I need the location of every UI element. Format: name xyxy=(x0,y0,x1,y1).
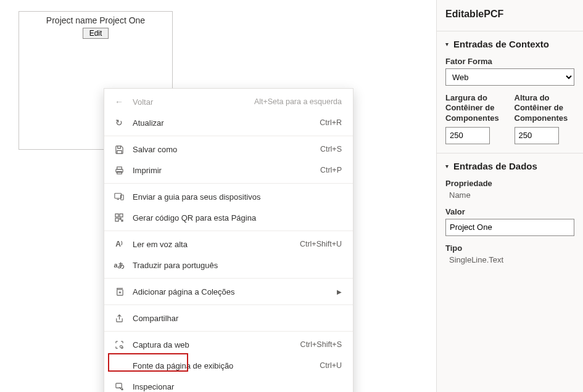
browser-context-menu: ← Voltar Alt+Seta para a esquerda ↻ Atua… xyxy=(104,88,354,392)
svg-rect-6 xyxy=(120,214,123,217)
ctx-send-tab-label: Enviar a guia para seus dispositivos xyxy=(133,192,342,202)
svg-rect-3 xyxy=(115,194,122,198)
svg-rect-8 xyxy=(120,218,121,219)
svg-rect-5 xyxy=(115,214,118,217)
ctx-send-tab[interactable]: Enviar a guia para seus dispositivos xyxy=(104,186,353,207)
ctx-back-label: Voltar xyxy=(133,97,254,107)
ctx-refresh[interactable]: ↻ Atualizar Ctrl+R xyxy=(104,112,353,133)
ctx-separator xyxy=(104,136,353,136)
container-height-input[interactable] xyxy=(515,127,559,144)
ctx-web-capture-label: Captura da web xyxy=(133,340,300,349)
ctx-share[interactable]: Compartilhar xyxy=(104,308,353,329)
ctx-qr[interactable]: Gerar código QR para esta Página xyxy=(104,207,353,228)
properties-panel: EditablePCF ▾ Entradas de Contexto Fator… xyxy=(436,0,583,392)
refresh-icon: ↻ xyxy=(113,118,125,128)
inspect-icon xyxy=(113,382,125,391)
ctx-save-as[interactable]: Salvar como Ctrl+S xyxy=(104,139,353,160)
property-label: Propriedade xyxy=(445,179,574,188)
ctx-qr-label: Gerar código QR para esta Página xyxy=(133,213,342,223)
ctx-read-aloud-shortcut: Ctrl+Shift+U xyxy=(300,240,342,248)
property-value: Name xyxy=(445,190,574,200)
ctx-separator xyxy=(104,304,353,305)
ctx-refresh-shortcut: Ctrl+R xyxy=(320,118,342,127)
ctx-separator xyxy=(104,231,353,231)
ctx-translate[interactable]: aあ Traduzir para português xyxy=(104,255,353,276)
ctx-share-label: Compartilhar xyxy=(133,314,342,323)
ctx-print-shortcut: Ctrl+P xyxy=(320,166,342,174)
container-width-label: Largura do Contêiner de Componentes xyxy=(445,93,506,123)
devices-icon xyxy=(113,192,125,201)
ctx-back[interactable]: ← Voltar Alt+Seta para a esquerda xyxy=(104,91,353,112)
chevron-down-icon: ▾ xyxy=(445,163,449,169)
property-field: Propriedade Name xyxy=(445,179,574,200)
section-data-title: Entradas de Dados xyxy=(453,161,537,171)
container-height-label: Altura do Contêiner de Componentes xyxy=(515,93,575,123)
ctx-inspect[interactable]: Inspecionar xyxy=(104,376,353,392)
ctx-read-aloud[interactable]: A) Ler em voz alta Ctrl+Shift+U xyxy=(104,234,353,255)
panel-title: EditablePCF xyxy=(445,9,574,20)
container-width-input[interactable] xyxy=(445,127,490,144)
read-aloud-icon: A) xyxy=(113,240,125,248)
ctx-inspect-label: Inspecionar xyxy=(133,382,342,391)
print-icon xyxy=(113,166,125,175)
ctx-translate-label: Traduzir para português xyxy=(133,261,342,270)
share-icon xyxy=(113,314,125,323)
type-value: SingleLine.Text xyxy=(445,255,574,264)
ctx-read-aloud-label: Ler em voz alta xyxy=(133,240,300,249)
ctx-save-as-shortcut: Ctrl+S xyxy=(320,145,342,153)
ctx-view-source-label: Fonte da página de exibição xyxy=(133,361,320,370)
ctx-collections[interactable]: Adicionar página a Coleções ▶ xyxy=(104,281,353,302)
web-capture-icon xyxy=(113,340,125,349)
chevron-right-icon: ▶ xyxy=(337,288,342,295)
value-input[interactable] xyxy=(445,219,574,236)
ctx-collections-label: Adicionar página a Coleções xyxy=(133,287,332,296)
save-icon xyxy=(113,145,125,154)
ctx-separator xyxy=(104,183,353,184)
value-label: Valor xyxy=(445,207,574,216)
section-context-header[interactable]: ▾ Entradas de Contexto xyxy=(445,39,574,49)
svg-point-11 xyxy=(120,345,122,348)
ctx-back-shortcut: Alt+Seta para a esquerda xyxy=(254,97,342,106)
edit-button[interactable]: Edit xyxy=(83,28,109,39)
section-context-title: Entradas de Contexto xyxy=(453,39,549,49)
ctx-view-source[interactable]: Fonte da página de exibição Ctrl+U xyxy=(104,355,353,376)
section-context-inputs: ▾ Entradas de Contexto Fator Forma Web L… xyxy=(437,31,583,153)
pcf-test-canvas: Project name Project One Edit ← Voltar A… xyxy=(0,0,436,392)
ctx-print[interactable]: Imprimir Ctrl+P xyxy=(104,160,353,181)
form-factor-field: Fator Forma Web xyxy=(445,57,574,86)
ctx-save-as-label: Salvar como xyxy=(133,145,320,154)
ctx-separator xyxy=(104,278,353,279)
form-factor-select[interactable]: Web xyxy=(445,68,574,86)
type-label: Tipo xyxy=(445,243,574,253)
form-factor-label: Fator Forma xyxy=(445,57,574,66)
container-height-field: Altura do Contêiner de Componentes xyxy=(515,93,575,144)
ctx-web-capture[interactable]: Captura da web Ctrl+Shift+S xyxy=(104,334,353,355)
project-name-text: Project name Project One xyxy=(19,15,172,25)
translate-icon: aあ xyxy=(113,261,125,270)
collections-icon xyxy=(113,287,125,296)
type-field: Tipo SingleLine.Text xyxy=(445,243,574,264)
section-data-header[interactable]: ▾ Entradas de Dados xyxy=(445,161,574,171)
svg-rect-9 xyxy=(122,220,123,221)
container-width-field: Largura do Contêiner de Componentes xyxy=(445,93,506,144)
svg-rect-12 xyxy=(115,383,121,388)
ctx-print-label: Imprimir xyxy=(133,166,320,175)
chevron-down-icon: ▾ xyxy=(445,41,449,47)
arrow-left-icon: ← xyxy=(113,97,125,107)
svg-rect-7 xyxy=(115,218,118,221)
ctx-view-source-shortcut: Ctrl+U xyxy=(320,361,342,370)
ctx-separator xyxy=(104,331,353,332)
ctx-refresh-label: Atualizar xyxy=(133,118,320,128)
ctx-web-capture-shortcut: Ctrl+Shift+S xyxy=(300,340,342,349)
value-field: Valor xyxy=(445,207,574,236)
section-data-inputs: ▾ Entradas de Dados Propriedade Name Val… xyxy=(437,153,583,280)
qr-icon xyxy=(113,213,125,222)
